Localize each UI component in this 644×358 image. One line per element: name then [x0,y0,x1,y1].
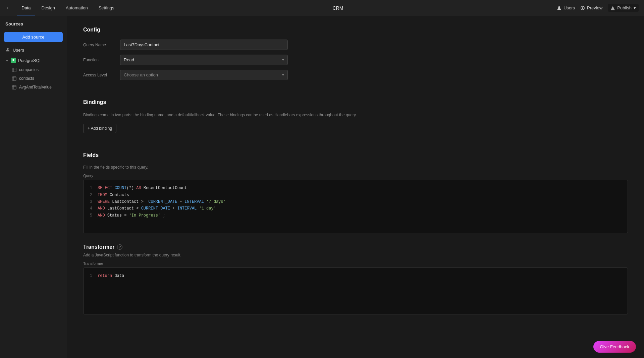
back-button[interactable]: ← [5,4,11,11]
query-name-row: Query Name [83,40,628,50]
transformer-line-1: 1 return data [89,273,622,279]
transformer-section: Transformer ? Add a JavaScript function … [83,244,628,314]
code-line-3: 3 WHERE LastContact >= CURRENT_DATE - IN… [89,198,622,205]
bottom-bar: Give Feedback [593,341,636,353]
config-title: Config [83,27,628,33]
nav-right: Users Preview Publish ▾ [557,4,639,12]
tab-data[interactable]: Data [17,3,35,12]
svg-point-0 [558,6,560,8]
function-select-value: Read [124,57,134,62]
chevron-down-icon: ▾ [282,58,284,62]
app-title: CRM [119,5,557,11]
add-source-button[interactable]: Add source [4,32,63,42]
bindings-title: Bindings [83,99,628,105]
sidebar-title: Sources [0,16,67,29]
bindings-section: Bindings Bindings come in two parts: the… [83,99,628,133]
nav-tabs: Data Design Automation Settings [17,3,119,12]
tab-automation[interactable]: Automation [61,3,93,12]
transformer-editor[interactable]: 1 return data [83,267,628,314]
svg-rect-7 [12,76,16,80]
chevron-down-icon: ▾ [282,73,284,77]
code-line-4: 4 AND LastContact < CURRENT_DATE + INTER… [89,205,622,212]
fields-title: Fields [83,152,628,158]
preview-icon [580,6,585,10]
user-icon [557,6,561,10]
transformer-label: Transformer [83,261,628,265]
tab-design[interactable]: Design [37,3,59,12]
sidebar-item-contacts[interactable]: contacts [0,74,67,83]
table-icon [12,68,16,72]
publish-chevron: ▾ [634,5,636,10]
add-binding-button[interactable]: + Add binding [83,124,116,133]
postgresql-icon: P [11,58,16,63]
table-icon [12,76,16,81]
help-icon[interactable]: ? [117,244,122,250]
svg-rect-10 [12,85,16,89]
main-layout: Sources Add source Users ▼ P PostgreSQL … [0,16,644,358]
code-line-5: 5 AND Status = 'In Progress' ; [89,212,622,219]
svg-rect-4 [12,68,16,71]
fields-section: Fields Fill in the fields specific to th… [83,152,628,233]
sidebar-item-companies[interactable]: companies [0,65,67,74]
sidebar-group-postgresql-header[interactable]: ▼ P PostgreSQL [0,55,67,65]
table-icon [12,85,16,90]
user-icon [5,47,10,53]
divider-2 [83,144,628,144]
function-label: Function [83,58,120,62]
access-level-label: Access Level [83,73,120,77]
query-field-label: Query [83,174,628,178]
users-nav-item[interactable]: Users [557,5,575,10]
sidebar-item-users[interactable]: Users [0,45,67,55]
content-area: Config Query Name Function Read ▾ Access… [67,16,644,358]
divider-1 [83,91,628,91]
transformer-description: Add a JavaScript function to transform t… [83,253,628,257]
function-row: Function Read ▾ [83,55,628,65]
query-name-label: Query Name [83,43,120,47]
transformer-header: Transformer ? [83,244,628,250]
publish-button[interactable]: Publish ▾ [608,4,639,12]
query-editor[interactable]: 1 SELECT COUNT(*) AS RecentContactCount … [83,180,628,233]
tab-settings[interactable]: Settings [94,3,119,12]
function-select[interactable]: Read ▾ [120,55,288,65]
transformer-title: Transformer [83,244,114,250]
fields-description: Fill in the fields specific to this quer… [83,165,628,170]
publish-icon [610,6,615,10]
bindings-description: Bindings come in two parts: the binding … [83,112,628,118]
config-section: Config Query Name Function Read ▾ Access… [83,27,628,80]
give-feedback-button[interactable]: Give Feedback [593,341,636,353]
code-line-2: 2 FROM Contacts [89,192,622,198]
access-level-placeholder: Choose an option [124,72,158,77]
sidebar: Sources Add source Users ▼ P PostgreSQL … [0,16,67,358]
code-line-1: 1 SELECT COUNT(*) AS RecentContactCount [89,185,622,191]
preview-nav-item[interactable]: Preview [580,5,602,10]
svg-point-3 [7,48,8,50]
access-level-row: Access Level Choose an option ▾ [83,70,628,80]
access-level-select[interactable]: Choose an option ▾ [120,70,288,80]
sidebar-item-avgtotalvalue[interactable]: AvgAndTotalValue [0,83,67,92]
query-name-input[interactable] [120,40,288,50]
top-nav: ← Data Design Automation Settings CRM Us… [0,0,644,16]
svg-marker-2 [582,7,584,9]
sidebar-group-postgresql: ▼ P PostgreSQL companies contacts AvgAnd… [0,55,67,92]
chevron-down-icon: ▼ [5,59,9,62]
